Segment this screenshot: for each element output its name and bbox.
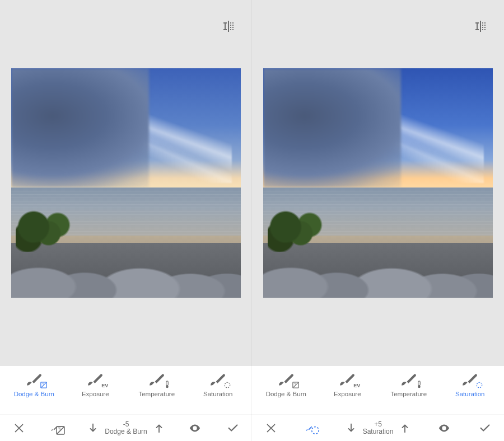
brush-mode-icon[interactable] xyxy=(49,420,65,436)
canvas-area xyxy=(252,0,504,366)
stepper-label: Dodge & Burn xyxy=(105,428,147,435)
saturation-badge-icon xyxy=(224,382,231,388)
cancel-button[interactable] xyxy=(263,420,279,436)
dodge-burn-badge-icon xyxy=(40,382,47,388)
stepper-value: -5 xyxy=(123,421,129,428)
brush-icon xyxy=(277,372,296,387)
dodge-burn-badge-icon xyxy=(292,382,299,388)
image-preview[interactable] xyxy=(11,68,241,298)
decrease-button[interactable] xyxy=(345,422,357,434)
visibility-toggle[interactable] xyxy=(187,420,203,436)
temperature-badge-icon xyxy=(165,381,170,388)
tool-label: Dodge & Burn xyxy=(266,391,306,397)
editor-panel-right: Dodge & Burn EV Exposure Temperature Sat… xyxy=(252,0,504,441)
tool-dodge-burn[interactable]: Dodge & Burn xyxy=(3,372,65,397)
compare-icon[interactable] xyxy=(474,20,487,33)
stepper-readout: -5 Dodge & Burn xyxy=(105,421,147,435)
brush-icon xyxy=(208,372,227,387)
canvas-area xyxy=(0,0,252,366)
visibility-toggle[interactable] xyxy=(436,420,452,436)
tool-label: Saturation xyxy=(455,391,484,397)
tool-saturation[interactable]: Saturation xyxy=(440,372,501,397)
value-stepper: +5 Saturation xyxy=(345,421,412,435)
brush-icon xyxy=(399,372,418,387)
value-stepper: -5 Dodge & Burn xyxy=(87,421,165,435)
brush-tools-row: Dodge & Burn EV Exposure Temperature Sat… xyxy=(252,366,504,414)
tool-label: Saturation xyxy=(203,391,232,397)
brush-icon xyxy=(25,372,44,387)
tool-label: Dodge & Burn xyxy=(14,391,54,397)
brush-icon xyxy=(147,372,166,387)
stepper-readout: +5 Saturation xyxy=(363,421,394,435)
action-bar: +5 Saturation xyxy=(252,414,504,441)
tool-dodge-burn[interactable]: Dodge & Burn xyxy=(255,372,317,397)
brush-tools-row: Dodge & Burn EV Exposure Temperature Sat… xyxy=(0,366,252,414)
apply-button[interactable] xyxy=(225,420,241,436)
brush-mode-icon[interactable] xyxy=(304,420,320,436)
exposure-badge-icon: EV xyxy=(353,383,360,388)
decrease-button[interactable] xyxy=(87,422,99,434)
editor-panel-left: Dodge & Burn EV Exposure Temperature Sat… xyxy=(0,0,252,441)
brush-icon xyxy=(460,372,479,387)
compare-icon[interactable] xyxy=(222,20,235,33)
brush-icon: EV xyxy=(86,372,105,387)
exposure-badge-icon: EV xyxy=(101,383,108,388)
temperature-badge-icon xyxy=(417,381,422,388)
stepper-label: Saturation xyxy=(363,428,394,435)
cancel-button[interactable] xyxy=(11,420,27,436)
apply-button[interactable] xyxy=(477,420,493,436)
increase-button[interactable] xyxy=(399,422,411,434)
tool-saturation[interactable]: Saturation xyxy=(188,372,249,397)
stepper-value: +5 xyxy=(374,421,382,428)
saturation-badge-icon xyxy=(476,382,483,388)
increase-button[interactable] xyxy=(153,422,165,434)
action-bar: -5 Dodge & Burn xyxy=(0,414,252,441)
image-preview[interactable] xyxy=(263,68,493,298)
brush-icon: EV xyxy=(338,372,357,387)
